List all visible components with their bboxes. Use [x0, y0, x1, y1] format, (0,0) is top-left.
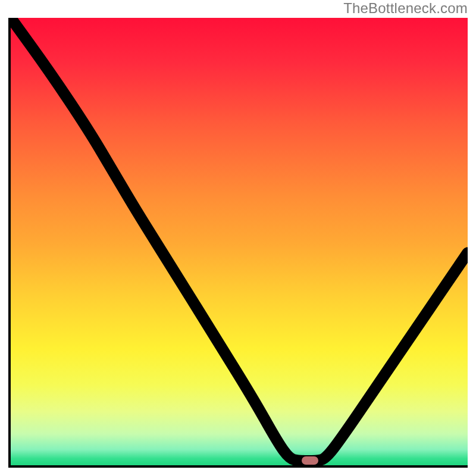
- line-curve: [11, 18, 468, 465]
- plot-area: [8, 18, 468, 468]
- watermark-text: TheBottleneck.com: [343, 0, 468, 17]
- chart-root: TheBottleneck.com: [0, 0, 476, 476]
- optimal-marker: [302, 456, 318, 465]
